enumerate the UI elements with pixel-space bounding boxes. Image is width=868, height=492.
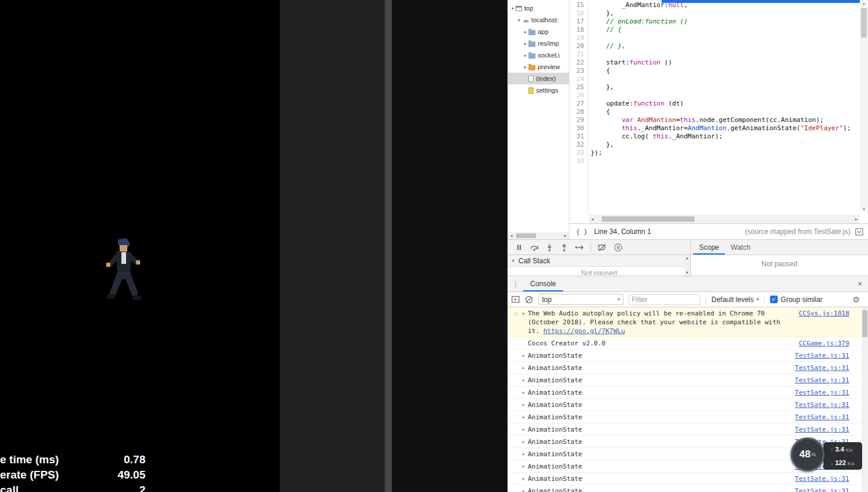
line-number[interactable]: 26 bbox=[569, 91, 584, 100]
line-number[interactable]: 33 bbox=[569, 149, 584, 157]
expand-panel-icon[interactable] bbox=[855, 228, 863, 236]
line-number[interactable]: 22 bbox=[569, 59, 584, 67]
editor-vertical-scrollbar[interactable]: ▴ ▾ bbox=[860, 0, 868, 212]
scrollbar-thumb[interactable] bbox=[862, 310, 867, 337]
source-link[interactable]: TestSate.js:31 bbox=[795, 425, 849, 434]
pause-script-button[interactable] bbox=[515, 243, 523, 252]
line-number[interactable]: 25 bbox=[569, 83, 584, 91]
scrollbar-thumb[interactable] bbox=[516, 233, 536, 238]
expand-icon[interactable]: ▸ bbox=[522, 462, 528, 471]
cpu-percent-badge[interactable]: 48 % bbox=[791, 437, 825, 471]
pause-on-exceptions-button[interactable] bbox=[613, 243, 623, 252]
tab-scope[interactable]: Scope bbox=[693, 240, 725, 255]
console-sidebar-icon[interactable] bbox=[511, 296, 520, 303]
call-stack-scrollbar[interactable]: ▴ ▾ bbox=[684, 255, 690, 276]
browser-scrollbar[interactable] bbox=[385, 0, 392, 492]
line-number[interactable]: 15 bbox=[569, 1, 584, 9]
source-link[interactable]: TestSate.js:31 bbox=[795, 351, 849, 360]
close-icon[interactable]: × bbox=[852, 276, 868, 291]
expand-icon[interactable]: ▸ bbox=[522, 437, 528, 446]
console-settings-gear-icon[interactable]: ⚙ bbox=[852, 295, 864, 304]
filter-input[interactable] bbox=[629, 294, 700, 305]
clear-console-icon[interactable] bbox=[525, 296, 533, 304]
scroll-right-icon[interactable]: ▸ bbox=[853, 217, 860, 222]
line-number[interactable]: 16 bbox=[569, 9, 584, 18]
line-number[interactable]: 23 bbox=[569, 67, 584, 75]
file-tree-item[interactable]: (index) bbox=[508, 73, 569, 84]
caret-right-icon[interactable]: ▸ bbox=[523, 41, 528, 46]
file-tree-item[interactable]: ▸app bbox=[508, 26, 569, 38]
expand-icon[interactable]: ▸ bbox=[522, 401, 528, 409]
scroll-down-icon[interactable]: ▾ bbox=[860, 206, 868, 212]
line-number[interactable]: 20 bbox=[569, 42, 584, 50]
expand-icon[interactable]: ▸ bbox=[522, 388, 528, 397]
editor-horizontal-scrollbar[interactable]: ◂ ▸ bbox=[589, 215, 860, 223]
scrollbar-track[interactable] bbox=[515, 232, 562, 239]
scroll-left-icon[interactable]: ◂ bbox=[589, 217, 596, 222]
line-number[interactable]: 19 bbox=[569, 34, 584, 42]
scrollbar-track[interactable] bbox=[596, 215, 853, 223]
source-link[interactable]: TestSate.js:31 bbox=[795, 364, 849, 372]
caret-right-icon[interactable]: ▸ bbox=[523, 53, 528, 58]
source-link[interactable]: TestSate.js:31 bbox=[795, 413, 849, 422]
expand-icon[interactable]: ▸ bbox=[522, 309, 528, 318]
file-tree-item[interactable]: ▸socket.i bbox=[508, 49, 569, 61]
scroll-down-icon[interactable]: ▾ bbox=[686, 270, 689, 275]
scroll-up-icon[interactable]: ▴ bbox=[686, 256, 689, 260]
line-number[interactable]: 29 bbox=[569, 116, 584, 124]
scroll-left-icon[interactable]: ◂ bbox=[508, 233, 515, 238]
caret-right-icon[interactable]: ▸ bbox=[523, 65, 528, 70]
file-tree-item[interactable]: ▾☁localhost: bbox=[508, 14, 569, 26]
tab-watch[interactable]: Watch bbox=[725, 240, 757, 255]
expand-icon[interactable]: ▸ bbox=[522, 376, 528, 385]
line-number[interactable]: 18 bbox=[569, 26, 584, 34]
expand-icon[interactable]: ▸ bbox=[522, 425, 528, 434]
group-similar-checkbox[interactable]: Group similar bbox=[770, 296, 822, 304]
line-number[interactable]: 24 bbox=[569, 75, 584, 83]
step-into-button[interactable] bbox=[545, 243, 554, 252]
tab-console[interactable]: Console bbox=[523, 276, 563, 291]
file-tree-item[interactable]: ▸preview bbox=[508, 61, 569, 73]
scroll-right-icon[interactable]: ▸ bbox=[562, 233, 569, 238]
file-tree-item[interactable]: settings bbox=[508, 84, 569, 96]
line-number[interactable]: 31 bbox=[569, 133, 584, 141]
line-number[interactable]: 32 bbox=[569, 141, 584, 149]
caret-right-icon[interactable]: ▸ bbox=[523, 29, 528, 35]
line-number[interactable]: 21 bbox=[569, 50, 584, 59]
source-link[interactable]: CCSys.js:1018 bbox=[799, 309, 849, 318]
source-link[interactable]: CCGame.js:379 bbox=[799, 339, 849, 348]
source-link[interactable]: TestSate.js:31 bbox=[795, 487, 849, 492]
scrollbar-thumb[interactable] bbox=[861, 8, 867, 38]
expand-icon[interactable]: ▸ bbox=[522, 351, 528, 360]
pretty-print-icon[interactable]: { } bbox=[574, 228, 589, 236]
line-number[interactable]: 28 bbox=[569, 108, 584, 116]
expand-icon[interactable]: ▸ bbox=[522, 450, 528, 459]
checkbox-checked-icon[interactable] bbox=[770, 296, 778, 303]
step-over-button[interactable] bbox=[530, 243, 539, 252]
step-out-button[interactable] bbox=[560, 243, 568, 252]
scrollbar-thumb[interactable] bbox=[602, 216, 694, 222]
caret-down-icon[interactable]: ▾ bbox=[516, 18, 522, 23]
message-link[interactable]: https://goo.gl/7K7WLu bbox=[544, 327, 625, 335]
scroll-up-icon[interactable]: ▴ bbox=[860, 1, 868, 6]
file-tree-item[interactable]: ▾top bbox=[508, 2, 569, 14]
caret-down-icon[interactable]: ▾ bbox=[510, 258, 516, 263]
source-link[interactable]: TestSate.js:31 bbox=[795, 474, 849, 483]
javascript-context-select[interactable]: top ▾ bbox=[538, 294, 623, 305]
step-button[interactable] bbox=[575, 243, 584, 252]
deactivate-breakpoints-button[interactable] bbox=[598, 243, 607, 252]
expand-icon[interactable]: ▸ bbox=[522, 487, 528, 492]
caret-down-icon[interactable]: ▾ bbox=[510, 6, 516, 11]
expand-icon[interactable]: ▸ bbox=[522, 364, 528, 372]
log-levels-select[interactable]: Default levels ▾ bbox=[711, 296, 759, 304]
source-link[interactable]: TestSate.js:31 bbox=[795, 401, 849, 409]
navigator-horizontal-scrollbar[interactable]: ◂ ▸ bbox=[508, 232, 569, 239]
kebab-menu-icon[interactable]: ⋮ bbox=[508, 276, 523, 291]
line-number[interactable]: 27 bbox=[569, 100, 584, 108]
expand-icon[interactable]: ▸ bbox=[522, 413, 528, 422]
file-tree-item[interactable]: ▸res/imp bbox=[508, 38, 569, 49]
source-link[interactable]: TestSate.js:31 bbox=[795, 388, 849, 397]
call-stack-header[interactable]: ▾ Call Stack bbox=[508, 255, 690, 267]
expand-icon[interactable]: ▸ bbox=[522, 474, 528, 483]
network-monitor-overlay[interactable]: ↑ 3.4 K/s ↓ 122 K/s 48 % bbox=[791, 437, 864, 474]
